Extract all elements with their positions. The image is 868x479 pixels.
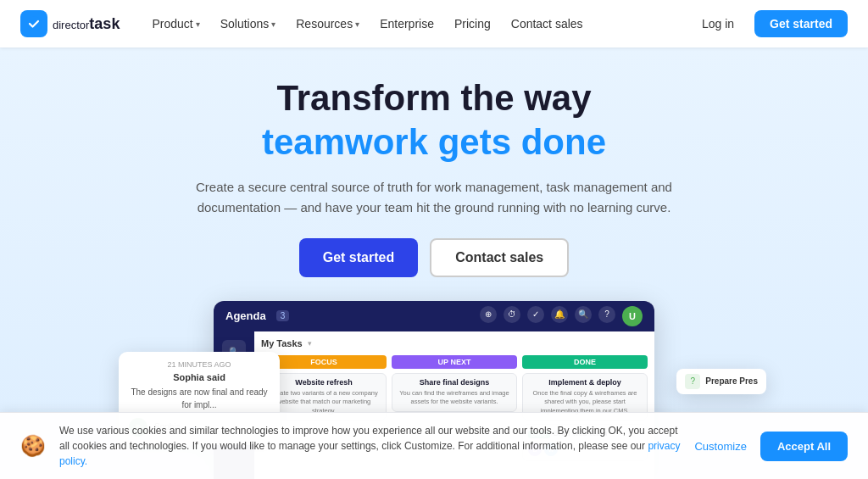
hero-buttons: Get started Contact sales xyxy=(17,238,851,277)
notification-author: Sophia said xyxy=(129,372,270,382)
dashboard-header-icons: ⊕ ⏱ ✓ 🔔 🔍 ? U xyxy=(480,306,643,326)
hero-title-line2: teamwork gets done xyxy=(17,122,851,163)
notification-content: The designs are now final and ready for … xyxy=(129,386,270,411)
dashboard-badge: 3 xyxy=(276,310,290,321)
nav-item-solutions[interactable]: Solutions ▾ xyxy=(212,12,285,36)
check-icon[interactable]: ✓ xyxy=(527,306,544,323)
card-title: Share final designs xyxy=(398,378,511,387)
prepare-pres-text: Prepare Pres xyxy=(705,376,758,386)
hero-subtitle: Create a secure central source of truth … xyxy=(163,177,705,218)
nav-get-started-button[interactable]: Get started xyxy=(754,10,848,37)
search-icon[interactable]: 🔍 xyxy=(575,306,592,323)
user-avatar[interactable]: U xyxy=(622,306,643,326)
chevron-down-icon: ▾ xyxy=(271,19,275,29)
chevron-down-icon: ▾ xyxy=(355,19,359,29)
hero-title-line1: Transform the way xyxy=(17,78,851,119)
done-column-header: DONE xyxy=(522,355,648,369)
check-circle-icon: ? xyxy=(685,374,700,389)
get-started-button[interactable]: Get started xyxy=(299,238,418,277)
svg-point-0 xyxy=(26,16,42,31)
contact-sales-button[interactable]: Contact sales xyxy=(430,238,569,277)
navbar: directortask Product ▾ Solutions ▾ Resou… xyxy=(0,0,868,47)
chevron-down-icon: ▾ xyxy=(308,339,312,348)
nav-right: Log in Get started xyxy=(692,10,848,37)
nav-item-contact-sales[interactable]: Contact sales xyxy=(503,12,592,36)
dashboard-subtabs: My Tasks ▾ xyxy=(261,338,648,348)
cookie-icon: 🍪 xyxy=(20,434,46,458)
bell-icon[interactable]: 🔔 xyxy=(551,306,568,323)
logo-text: directortask xyxy=(53,15,120,33)
accept-all-button[interactable]: Accept All xyxy=(760,432,848,461)
login-button[interactable]: Log in xyxy=(692,12,744,36)
prepare-pres-card: ? Prepare Pres xyxy=(676,369,766,394)
clock-icon[interactable]: ⏱ xyxy=(504,306,520,323)
cookie-banner: 🍪 We use various cookies and similar tec… xyxy=(0,412,868,479)
nav-item-product[interactable]: Product ▾ xyxy=(143,12,208,36)
card-title: Implement & deploy xyxy=(528,378,642,387)
chevron-down-icon: ▾ xyxy=(196,19,200,29)
dashboard-title: Agenda xyxy=(225,309,266,322)
add-icon[interactable]: ⊕ xyxy=(480,306,497,323)
notification-time: 21 minutes ago xyxy=(129,360,270,369)
nav-links: Product ▾ Solutions ▾ Resources ▾ Enterp… xyxy=(143,12,692,36)
help-icon[interactable]: ? xyxy=(598,306,615,323)
focus-column-header: FOCUS xyxy=(261,355,387,369)
nav-item-pricing[interactable]: Pricing xyxy=(446,12,499,36)
customize-button[interactable]: Customize xyxy=(694,440,746,453)
upnext-column-header: UP NEXT xyxy=(392,355,517,369)
nav-item-resources[interactable]: Resources ▾ xyxy=(287,12,368,36)
logo-icon xyxy=(20,10,47,37)
my-tasks-tab[interactable]: My Tasks xyxy=(261,338,303,348)
card-text: You can find the wireframes and image as… xyxy=(398,389,511,407)
cookie-text: We use various cookies and similar techn… xyxy=(59,423,681,469)
nav-item-enterprise[interactable]: Enterprise xyxy=(371,12,442,36)
upnext-card-1[interactable]: Share final designs You can find the wir… xyxy=(392,373,517,412)
logo[interactable]: directortask xyxy=(20,10,120,37)
card-title: Website refresh xyxy=(267,378,381,387)
dashboard-header: Agenda 3 ⊕ ⏱ ✓ 🔔 🔍 ? U xyxy=(214,301,654,331)
